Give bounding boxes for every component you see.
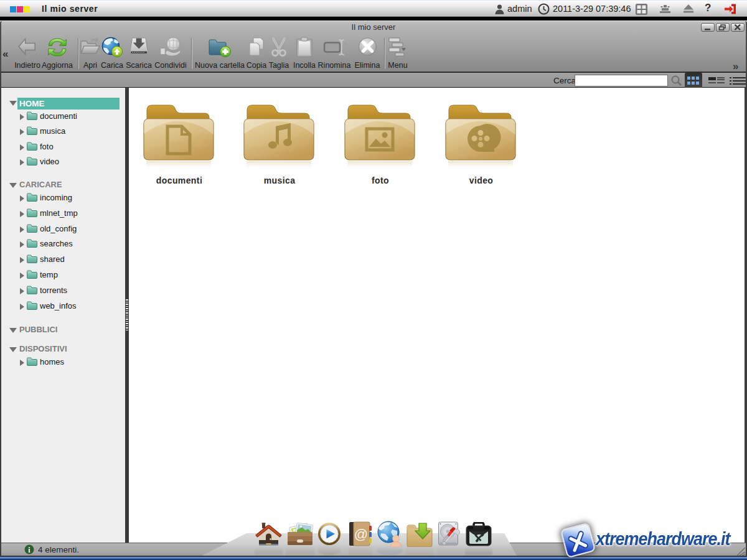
svg-text:@: @ [354,526,368,542]
